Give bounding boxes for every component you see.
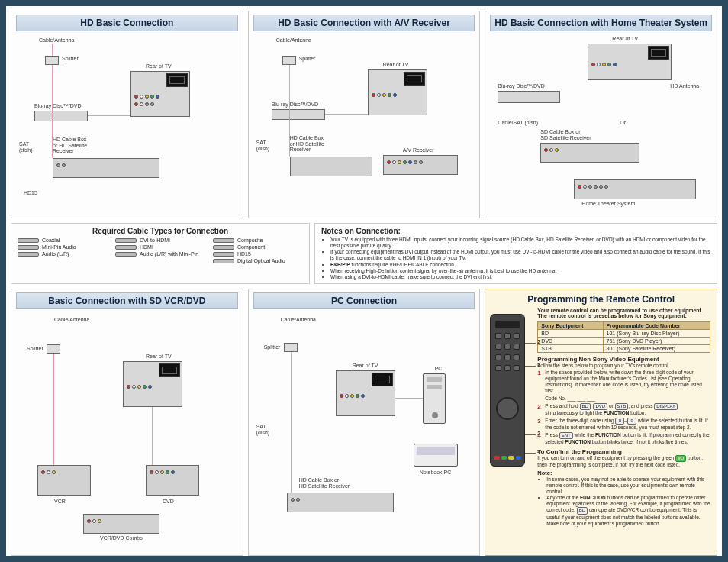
cable-digital-optical: Digital Optical Audio [213, 258, 303, 263]
cable-icon [18, 238, 39, 243]
codes-table: Sony EquipmentProgrammable Code Number B… [537, 321, 710, 353]
note-item: In some cases, you may not be able to op… [546, 476, 710, 495]
cable-icon [18, 252, 39, 257]
rear-of-tv-panel [368, 69, 427, 115]
hd-cable-box [290, 157, 372, 176]
leader-line [525, 366, 536, 367]
label-av-receiver: A/V Receiver [403, 147, 434, 153]
leader-number: 2 [537, 339, 540, 344]
panel-pc-connection: PC Connection Cable/Antenna Splitter Rea… [248, 289, 481, 556]
hdmi-arc-icon [404, 72, 425, 86]
label-cablebox: HD Cable Box or HD Satellite Receiver [299, 477, 350, 489]
cable-icon [213, 245, 234, 250]
panel-title: HD Basic Connection [16, 15, 238, 31]
sd-cable-box [540, 143, 639, 163]
rear-of-tv-panel [336, 370, 395, 416]
note-list: In some cases, you may not be able to op… [537, 476, 710, 527]
label-cable-sat: Cable/SAT (dish) [498, 120, 538, 126]
note-heading: Note: [537, 470, 710, 476]
step-3: 3Enter the three-digit code using 0–9 wh… [537, 418, 710, 431]
note-item: When using a DVI-to-HDMI cable, make sur… [330, 274, 710, 280]
notes-list: Your TV is equipped with three HDMI inpu… [321, 237, 710, 280]
label-hts: Home Theater System [581, 201, 635, 207]
remote-control-illustration [490, 314, 525, 467]
label-cablebox: HD Cable Box or HD Satellite Receiver [53, 137, 87, 154]
hdmi-arc-icon [372, 373, 393, 386]
diagram-hd-hts: Rear of TV HD Antenna Blu-ray Disc™/DVD … [490, 34, 712, 213]
label-combo: VCR/DVD Combo [100, 535, 143, 541]
av-receiver [383, 155, 458, 175]
label-pc: PC [435, 366, 443, 372]
step-1: 1In the space provided below, write down… [537, 370, 710, 402]
cable-hdmi: HDMI [115, 244, 205, 250]
cable-coaxial: Coaxial [18, 237, 108, 243]
notebook-pc [414, 444, 458, 467]
confirm-title: To Confirm the Programming [537, 448, 710, 455]
table-row: DVD751 (Sony DVD Player) [538, 338, 710, 345]
label-sat: SAT (dish) [19, 141, 33, 153]
programming-steps: 1In the space provided below, write down… [537, 370, 710, 446]
table-row: BD101 (Sony Blu-ray Disc Player) [538, 330, 710, 338]
label-bluray: Blu-ray Disc™/DVD [272, 102, 318, 108]
hdmi-arc-icon [159, 363, 180, 377]
leader-line [525, 434, 536, 435]
leader-line [525, 343, 536, 344]
diagram-hd-basic: Cable/Antenna Splitter Rear of TV Blu-ra… [16, 34, 238, 213]
label-splitter: Splitter [27, 346, 43, 352]
label-bluray: Blu-ray Disc™/DVD [34, 103, 81, 109]
cable-minipin: Mini-Pin Audio [18, 244, 108, 250]
label-rear-of-tv: Rear of TV [146, 63, 172, 69]
splitter-icon [284, 343, 298, 352]
panel-title: HD Basic Connection with Home Theater Sy… [490, 15, 712, 31]
label-sat: SAT (dish) [256, 140, 270, 151]
step-2: 2Press and hold BD, DVD or STB, and pres… [537, 403, 710, 416]
panel-title: HD Basic Connection with A/V Receiver [253, 15, 475, 31]
diagram-pc: Cable/Antenna Splitter Rear of TV SAT (d… [253, 312, 475, 551]
panel-hd-hts: HD Basic Connection with Home Theater Sy… [485, 11, 717, 218]
required-cables-title: Required Cable Types for Connection [18, 227, 303, 235]
panel-title: PC Connection [253, 292, 475, 309]
bluray-device [272, 109, 325, 120]
home-theater-system [574, 179, 696, 199]
note-item: Any one of the FUNCTION buttons can be p… [546, 495, 710, 527]
panel-sd-vcr-dvd: Basic Connection with SD VCR/DVD Cable/A… [11, 289, 243, 556]
label-bluray: Blu-ray Disc™/DVD [498, 83, 544, 89]
hd-cable-box [53, 158, 159, 178]
panel-notes: Notes on Connection: Your TV is equipped… [314, 223, 717, 284]
hdmi-arc-icon [166, 73, 188, 87]
cable-icon [115, 252, 137, 257]
cable-dvi-hdmi: DVI-to-HDMI [115, 237, 205, 243]
label-rear-of-tv: Rear of TV [353, 363, 378, 369]
programming-nonsony-intro: Follow the steps below to program your T… [537, 363, 710, 368]
note-item: If your connecting equipment has DVI out… [330, 249, 710, 261]
cable-list: Coaxial DVI-to-HDMI Composite Mini-Pin A… [18, 237, 303, 263]
cable-audio-lr: Audio (L/R) [18, 251, 108, 257]
label-dvd: DVD [163, 499, 174, 505]
panel-title: Basic Connection with SD VCR/DVD [16, 292, 238, 309]
label-cable-antenna: Cable/Antenna [39, 37, 74, 44]
leader-line [525, 453, 536, 454]
label-splitter: Splitter [62, 56, 79, 62]
panel-programming-remote: Programming the Remote Control Your remo… [485, 289, 717, 556]
cable-icon [213, 259, 234, 263]
bluray-device [34, 111, 88, 121]
confirm-text: If you can turn on and off the equipment… [537, 455, 710, 467]
label-splitter: Splitter [264, 344, 281, 350]
label-hd15: HD15 [24, 190, 37, 196]
label-cablebox: HD Cable Box or HD Satellite Receiver [290, 135, 324, 153]
label-vcr: VCR [54, 499, 66, 505]
table-header: Sony Equipment [538, 322, 603, 330]
cable-composite: Composite [213, 237, 303, 243]
splitter-icon [47, 344, 60, 354]
rear-of-tv-panel [123, 361, 182, 407]
remote-nav-ring-icon [496, 397, 519, 420]
step-4: 4Press ENT while the FUNCTION button is … [537, 432, 710, 445]
table-header: Programmable Code Number [603, 322, 710, 330]
panel-required-cables: Required Cable Types for Connection Coax… [11, 223, 310, 284]
vcr-dvd-combo [83, 514, 159, 534]
label-cable-antenna: Cable/Antenna [281, 317, 316, 323]
pc-tower [423, 373, 446, 424]
cable-icon [213, 238, 234, 243]
cable-icon [18, 245, 39, 250]
cable-component: Component [213, 244, 303, 250]
